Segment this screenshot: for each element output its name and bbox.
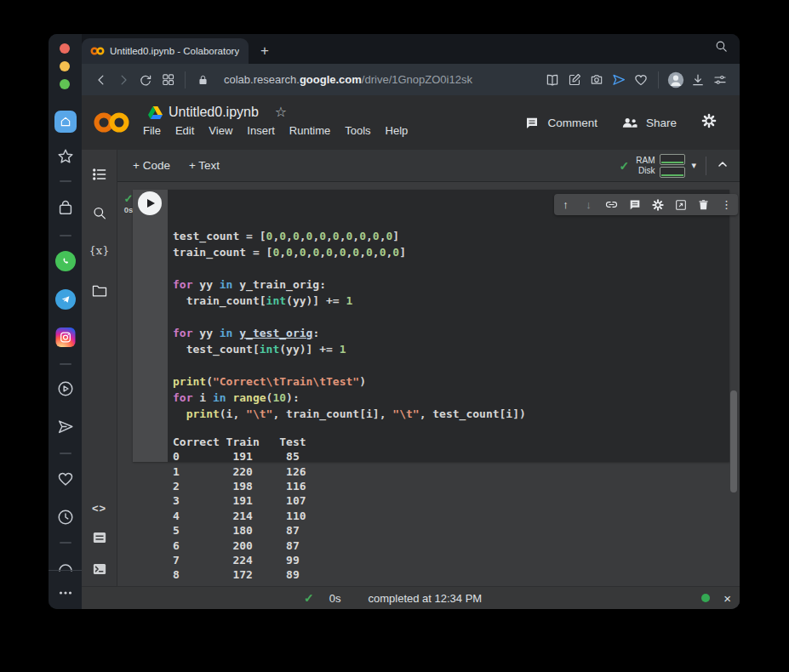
- ram-usage-sparkline: [660, 154, 685, 165]
- sidebar-divider: [60, 363, 71, 365]
- menu-insert[interactable]: Insert: [247, 124, 275, 137]
- traffic-close-button[interactable]: [60, 43, 70, 54]
- downloads-button[interactable]: [687, 69, 709, 91]
- copy-link-to-cell-button[interactable]: [603, 196, 620, 214]
- close-status-bar-button[interactable]: ×: [723, 592, 731, 605]
- comment-button[interactable]: Comment: [524, 116, 597, 130]
- sidebar-item-video[interactable]: [56, 379, 75, 398]
- camera-icon: [589, 72, 604, 87]
- avatar: [666, 71, 685, 89]
- reload-button[interactable]: [134, 69, 157, 91]
- browser-settings-button[interactable]: [709, 69, 731, 91]
- menu-help[interactable]: Help: [386, 124, 409, 137]
- people-icon: [621, 117, 638, 129]
- search-icon: [714, 39, 729, 54]
- notebook-filename[interactable]: Untitled0.ipynb: [169, 105, 259, 120]
- output-line: 7 224 99: [173, 553, 723, 567]
- menu-tools[interactable]: Tools: [345, 124, 370, 137]
- sidebar-item-favorites[interactable]: [56, 147, 75, 166]
- notebook-scrollbar[interactable]: [730, 390, 737, 493]
- sidebar-item-instagram[interactable]: [55, 327, 75, 347]
- home-icon: [54, 111, 77, 133]
- colab-logo: [92, 110, 131, 135]
- annotate-button[interactable]: [563, 69, 586, 91]
- command-palette-button[interactable]: [92, 531, 107, 544]
- files-button[interactable]: [91, 283, 107, 298]
- tab-overview-button[interactable]: [157, 69, 179, 91]
- sidebar-item-telegram[interactable]: [55, 289, 76, 310]
- forward-button[interactable]: [112, 69, 134, 91]
- book-icon: [545, 72, 560, 88]
- share-button[interactable]: Share: [621, 117, 677, 129]
- favorite-page-button[interactable]: [630, 69, 652, 91]
- tab-search-button[interactable]: [714, 39, 729, 57]
- sidebar-item-history[interactable]: [56, 508, 75, 527]
- reader-button[interactable]: [541, 69, 563, 91]
- collapse-header-button[interactable]: [716, 157, 729, 174]
- paper-plane-icon: [56, 418, 75, 436]
- more-cell-actions-button[interactable]: ⋮: [718, 196, 735, 214]
- share-page-button[interactable]: [608, 69, 630, 91]
- cell-settings-button[interactable]: [649, 196, 666, 214]
- code-line: train_count[int(yy)] += 1: [173, 293, 726, 309]
- url-prefix: colab.research.: [224, 73, 300, 86]
- code-snippets-button[interactable]: <>: [92, 502, 106, 515]
- chevron-up-icon: [716, 157, 729, 171]
- sidebar-item-whatsapp[interactable]: [55, 251, 76, 271]
- new-tab-button[interactable]: +: [260, 43, 269, 58]
- run-cell-button[interactable]: [138, 191, 162, 215]
- ram-label: RAM: [636, 156, 655, 165]
- download-icon: [690, 72, 706, 88]
- move-cell-up-button[interactable]: ↑: [557, 196, 575, 214]
- traffic-zoom-button[interactable]: [60, 79, 70, 89]
- table-of-contents-button[interactable]: [91, 166, 108, 183]
- menu-runtime[interactable]: Runtime: [289, 124, 330, 137]
- settings-button[interactable]: [700, 112, 718, 133]
- url-domain: google.com: [300, 73, 362, 86]
- mirror-cell-button[interactable]: [672, 196, 689, 214]
- site-security-button[interactable]: [192, 69, 214, 91]
- output-line: 2 198 116: [173, 479, 723, 493]
- variable-inspector-button[interactable]: {x}: [89, 244, 110, 257]
- add-comment-button[interactable]: [626, 196, 643, 214]
- status-check-icon: ✓: [304, 591, 314, 605]
- browser-app-sidebar: [49, 34, 82, 609]
- url-field[interactable]: colab.research.google.com/drive/1GnopZO0…: [214, 73, 541, 86]
- back-button[interactable]: [90, 69, 112, 91]
- delete-cell-button[interactable]: [695, 196, 712, 214]
- add-code-button[interactable]: + Code: [133, 159, 170, 172]
- cell-output: Correct Train Test0 191 851 220 1262 198…: [173, 405, 723, 586]
- output-line: 1 220 126: [173, 464, 723, 479]
- sidebar-more-button[interactable]: [58, 587, 73, 599]
- tab-active[interactable]: Untitled0.ipynb - Colaboratory: [82, 38, 249, 64]
- find-replace-button[interactable]: [91, 205, 107, 221]
- add-text-button[interactable]: + Text: [189, 159, 220, 172]
- sidebar-item-home[interactable]: [54, 111, 77, 133]
- output-line: 3 191 107: [173, 493, 723, 508]
- menu-file[interactable]: File: [143, 124, 161, 137]
- disk-usage-sparkline: [660, 167, 685, 178]
- compose-icon: [568, 72, 582, 87]
- search-icon: [91, 205, 107, 221]
- traffic-minimize-button[interactable]: [60, 61, 70, 71]
- screenshot-button[interactable]: [586, 69, 608, 91]
- sidebar-item-shopping[interactable]: [56, 198, 75, 217]
- move-cell-down-button[interactable]: ↓: [580, 196, 597, 214]
- menu-view[interactable]: View: [209, 124, 232, 137]
- runtime-connected-check-icon: ✓: [620, 159, 630, 173]
- sidebar-item-send[interactable]: [56, 418, 75, 436]
- gear-icon: [651, 198, 665, 212]
- terminal-button[interactable]: [92, 562, 107, 576]
- nav-divider: [658, 71, 659, 88]
- tab-title: Untitled0.ipynb - Colaboratory: [110, 46, 239, 56]
- notebook-column: + Code + Text ✓ RAM Disk: [117, 150, 740, 586]
- open-in-window-icon: [674, 198, 688, 212]
- sidebar-item-liked[interactable]: [56, 470, 75, 488]
- star-notebook-button[interactable]: ☆: [275, 105, 287, 119]
- more-horizontal-icon: [58, 587, 73, 599]
- resources-dropdown-button[interactable]: ▾: [691, 160, 696, 171]
- profile-button[interactable]: [665, 69, 687, 91]
- drive-icon: [148, 106, 163, 119]
- resource-monitor[interactable]: RAM Disk: [636, 154, 685, 178]
- menu-edit[interactable]: Edit: [175, 124, 194, 137]
